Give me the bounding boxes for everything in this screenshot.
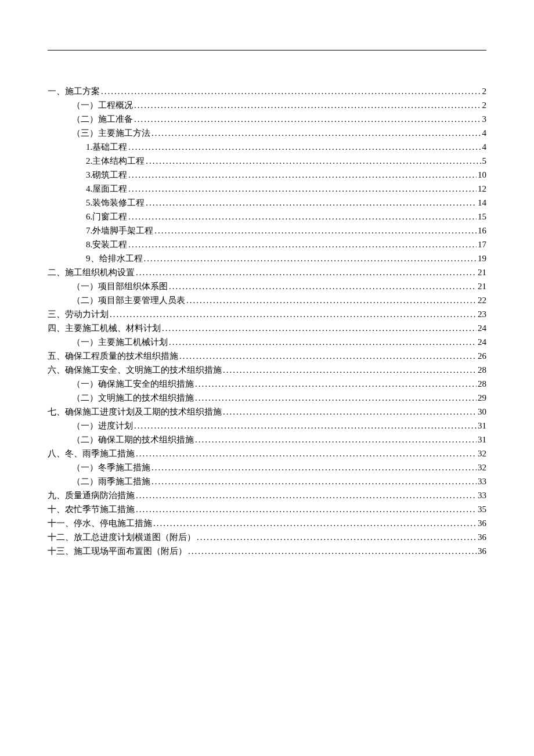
toc-leader [186, 293, 477, 307]
toc-title: （二）项目部主要管理人员表 [72, 293, 185, 307]
toc-leader [128, 140, 481, 154]
toc-title: 4.屋面工程 [86, 182, 127, 196]
toc-title: 二、施工组织机构设置 [48, 265, 135, 279]
toc-leader [169, 279, 477, 293]
toc-entry: 四、主要施工机械、材料计划24 [48, 321, 486, 335]
toc-entry: 9、给排水工程19 [48, 251, 486, 265]
toc-leader [134, 98, 481, 112]
toc-leader [188, 544, 477, 558]
toc-title: （一）冬季施工措施 [72, 460, 150, 474]
toc-leader [154, 224, 477, 237]
toc-title: 九、质量通病防治措施 [48, 488, 135, 502]
toc-page-number: 10 [478, 168, 486, 182]
toc-leader [128, 237, 477, 251]
toc-leader [101, 84, 481, 98]
toc-title: （二）确保工期的技术组织措施 [72, 433, 194, 447]
toc-entry: （三）主要施工方法4 [48, 126, 486, 140]
toc-title: （一）主要施工机械计划 [72, 335, 168, 349]
toc-title: 3.砌筑工程 [86, 168, 127, 182]
toc-leader [151, 460, 477, 474]
toc-page-number: 15 [478, 210, 486, 224]
toc-title: （一）项目部组织体系图 [72, 279, 168, 293]
toc-page-number: 2 [482, 98, 487, 112]
toc-page-number: 23 [478, 307, 486, 321]
toc-entry: 2.主体结构工程5 [48, 154, 486, 168]
toc-entry: 4.屋面工程12 [48, 182, 486, 196]
toc-page-number: 17 [478, 237, 486, 251]
toc-entry: 六、确保施工安全、文明施工的技术组织措施28 [48, 363, 486, 377]
toc-title: （一）进度计划 [72, 419, 133, 433]
toc-entry: （二）项目部主要管理人员表22 [48, 293, 486, 307]
toc-title: 六、确保施工安全、文明施工的技术组织措施 [48, 363, 222, 377]
toc-title: 2.主体结构工程 [86, 154, 145, 168]
toc-leader [195, 377, 477, 391]
toc-leader [151, 126, 481, 140]
toc-leader [136, 447, 477, 460]
toc-page-number: 4 [482, 140, 487, 154]
toc-leader [169, 335, 477, 349]
toc-page-number: 35 [478, 502, 486, 516]
toc-page-number: 5 [482, 154, 487, 168]
toc-leader [197, 530, 477, 544]
table-of-contents: 一、施工方案2（一）工程概况2（二）施工准备3（三）主要施工方法41.基础工程4… [48, 84, 486, 558]
toc-title: 五、确保工程质量的技术组织措施 [48, 349, 178, 363]
toc-page-number: 28 [478, 377, 486, 391]
toc-title: （二）雨季施工措施 [72, 474, 150, 488]
page-header-rule [48, 50, 486, 51]
toc-leader [223, 363, 477, 377]
toc-leader [134, 112, 481, 126]
toc-entry: 一、施工方案2 [48, 84, 486, 98]
toc-title: 5.装饰装修工程 [86, 196, 145, 210]
toc-page-number: 16 [478, 224, 486, 237]
toc-leader [162, 321, 477, 335]
toc-entry: （二）文明施工的技术组织措施29 [48, 391, 486, 405]
toc-page-number: 36 [478, 516, 486, 530]
toc-leader [136, 265, 477, 279]
toc-leader [136, 502, 477, 516]
toc-title: （二）文明施工的技术组织措施 [72, 391, 194, 405]
toc-page-number: 21 [478, 279, 486, 293]
toc-title: （二）施工准备 [72, 112, 133, 126]
toc-title: 四、主要施工机械、材料计划 [48, 321, 161, 335]
toc-title: （三）主要施工方法 [72, 126, 150, 140]
toc-page-number: 12 [478, 182, 486, 196]
toc-entry: （一）工程概况2 [48, 98, 486, 112]
toc-entry: 3.砌筑工程10 [48, 168, 486, 182]
toc-leader [128, 182, 477, 196]
toc-leader [134, 419, 477, 433]
toc-entry: （一）主要施工机械计划24 [48, 335, 486, 349]
toc-entry: 九、质量通病防治措施33 [48, 488, 486, 502]
toc-title: 十二、放工总进度计划横道图（附后） [48, 530, 196, 544]
toc-title: 8.安装工程 [86, 237, 127, 251]
toc-page-number: 31 [478, 433, 486, 447]
toc-title: 十、农忙季节施工措施 [48, 502, 135, 516]
toc-leader [110, 307, 477, 321]
toc-entry: （一）项目部组织体系图21 [48, 279, 486, 293]
toc-page-number: 30 [478, 405, 486, 419]
toc-leader [179, 349, 477, 363]
toc-entry: （二）确保工期的技术组织措施31 [48, 433, 486, 447]
toc-title: 三、劳动力计划 [48, 307, 109, 321]
toc-page-number: 2 [482, 84, 487, 98]
toc-title: 9、给排水工程 [86, 251, 143, 265]
toc-page-number: 26 [478, 349, 486, 363]
toc-entry: 五、确保工程质量的技术组织措施26 [48, 349, 486, 363]
toc-page-number: 33 [478, 474, 486, 488]
toc-title: （一）确保施工安全的组织措施 [72, 377, 194, 391]
toc-title: 一、施工方案 [48, 84, 100, 98]
toc-title: 八、冬、雨季施工措施 [48, 447, 135, 460]
toc-leader [128, 210, 477, 224]
toc-entry: 十一、停水、停电施工措施36 [48, 516, 486, 530]
toc-entry: （一）确保施工安全的组织措施28 [48, 377, 486, 391]
toc-page-number: 36 [478, 530, 486, 544]
toc-leader [153, 516, 477, 530]
toc-title: （一）工程概况 [72, 98, 133, 112]
toc-entry: （二）雨季施工措施33 [48, 474, 486, 488]
toc-page-number: 32 [478, 447, 486, 460]
toc-title: 1.基础工程 [86, 140, 127, 154]
toc-page-number: 4 [482, 126, 487, 140]
toc-page-number: 32 [478, 460, 486, 474]
toc-page-number: 3 [482, 112, 487, 126]
toc-leader [195, 433, 477, 447]
toc-leader [146, 196, 477, 210]
